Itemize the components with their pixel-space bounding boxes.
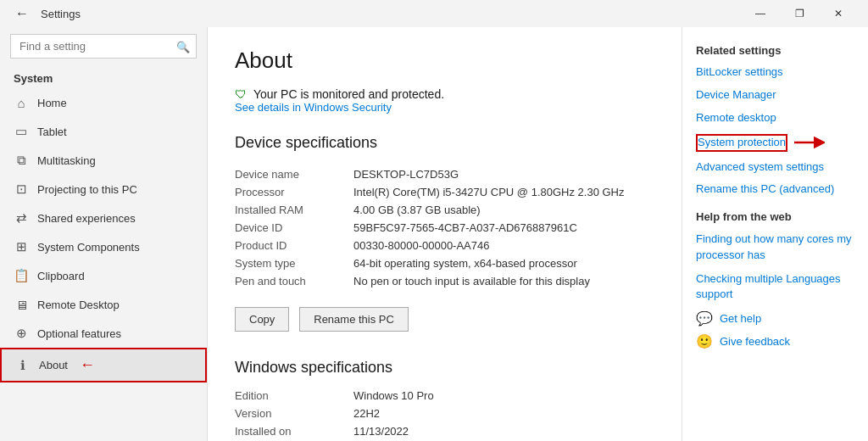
spec-label: Installed on	[235, 422, 353, 440]
optional-icon: ⊕	[14, 326, 29, 341]
sidebar-item-about[interactable]: ℹ About ←	[0, 348, 207, 382]
minimize-button[interactable]: —	[741, 0, 780, 27]
get-help-label[interactable]: Get help	[720, 312, 761, 325]
right-panel: Related settings BitLocker settings Devi…	[682, 27, 868, 441]
spec-label: Version	[235, 405, 353, 422]
spec-label: Edition	[235, 387, 353, 405]
spec-value: DESKTOP-LC7D53G	[353, 165, 654, 183]
sidebar-item-label: About	[39, 359, 68, 371]
win-specs-table: EditionWindows 10 ProVersion22H2Installe…	[235, 387, 654, 441]
sidebar-item-home[interactable]: ⌂ Home	[0, 88, 207, 117]
table-row: Product ID00330-80000-00000-AA746	[235, 237, 654, 254]
sidebar-item-label: Tablet	[37, 126, 67, 138]
sidebar: 🔍 System ⌂ Home ▭ Tablet ⧉ Multitasking …	[0, 27, 208, 441]
related-settings-title: Related settings	[696, 44, 854, 57]
table-row: Installed on11/13/2022	[235, 422, 654, 440]
spec-label: Device ID	[235, 219, 353, 237]
sidebar-item-optional[interactable]: ⊕ Optional features	[0, 319, 207, 348]
sidebar-item-multitasking[interactable]: ⧉ Multitasking	[0, 146, 207, 175]
bitlocker-link[interactable]: BitLocker settings	[696, 65, 854, 80]
home-icon: ⌂	[14, 95, 29, 110]
table-row: Installed RAM4.00 GB (3.87 GB usable)	[235, 201, 654, 219]
sidebar-item-label: Projecting to this PC	[37, 183, 137, 196]
sidebar-item-remote[interactable]: 🖥 Remote Desktop	[0, 290, 207, 319]
spec-value: Windows 10 Pro	[353, 387, 654, 405]
sidebar-item-label: System Components	[37, 241, 140, 254]
copy-button[interactable]: Copy	[235, 307, 289, 332]
device-spec-title: Device specifications	[235, 134, 654, 152]
table-row: ProcessorIntel(R) Core(TM) i5-3427U CPU …	[235, 183, 654, 201]
shared-icon: ⇄	[14, 210, 29, 226]
feedback-label[interactable]: Give feedback	[720, 335, 790, 348]
sidebar-item-label: Optional features	[37, 327, 121, 340]
spec-value: 4.00 GB (3.87 GB usable)	[353, 201, 654, 219]
projecting-icon: ⊡	[14, 181, 29, 197]
rename-pc-link[interactable]: Rename this PC (advanced)	[696, 182, 854, 197]
sidebar-item-label: Home	[37, 97, 67, 109]
system-protection-link[interactable]: System protection	[696, 134, 787, 152]
help-title: Help from the web	[696, 210, 854, 223]
clipboard-icon: 📋	[14, 268, 29, 283]
maximize-button[interactable]: ❐	[780, 0, 819, 27]
remote-desktop-link[interactable]: Remote desktop	[696, 111, 854, 126]
components-icon: ⊞	[14, 239, 29, 254]
sidebar-item-label: Shared experiences	[37, 212, 136, 225]
protected-text: Your PC is monitored and protected.	[253, 87, 444, 101]
app-body: 🔍 System ⌂ Home ▭ Tablet ⧉ Multitasking …	[0, 27, 868, 441]
sidebar-section-title: System	[0, 65, 207, 88]
table-row: Device ID59BF5C97-7565-4CB7-A037-AD67688…	[235, 219, 654, 237]
multitasking-icon: ⧉	[14, 153, 29, 168]
get-help-icon: 💬	[696, 310, 713, 327]
title-bar: ← Settings — ❐ ✕	[0, 0, 868, 27]
advanced-system-link[interactable]: Advanced system settings	[696, 160, 854, 175]
spec-value: No pen or touch input is available for t…	[353, 272, 654, 290]
table-row: Device nameDESKTOP-LC7D53G	[235, 165, 654, 183]
about-icon: ℹ	[15, 358, 31, 373]
device-manager-link[interactable]: Device Manager	[696, 88, 854, 103]
win-spec-title: Windows specifications	[235, 359, 654, 377]
table-row: Pen and touchNo pen or touch input is av…	[235, 272, 654, 290]
sidebar-arrow: ←	[80, 356, 95, 374]
search-input[interactable]	[10, 34, 197, 59]
close-button[interactable]: ✕	[819, 0, 858, 27]
sidebar-item-shared[interactable]: ⇄ Shared experiences	[0, 204, 207, 232]
sidebar-item-clipboard[interactable]: 📋 Clipboard	[0, 261, 207, 290]
window-controls: — ❐ ✕	[741, 0, 858, 27]
languages-link[interactable]: Checking multiple Languages support	[696, 271, 854, 302]
spec-value: 11/13/2022	[353, 422, 654, 440]
page-title: About	[235, 47, 654, 74]
protection-status: 🛡 Your PC is monitored and protected.	[235, 87, 654, 101]
back-button[interactable]: ←	[10, 2, 34, 25]
spec-label: Pen and touch	[235, 272, 353, 290]
tablet-icon: ▭	[14, 124, 29, 139]
feedback-icon: 🙂	[696, 333, 713, 349]
spec-value: 00330-80000-00000-AA746	[353, 237, 654, 254]
sidebar-item-projecting[interactable]: ⊡ Projecting to this PC	[0, 175, 207, 204]
rename-button[interactable]: Rename this PC	[299, 307, 409, 332]
device-specs-table: Device nameDESKTOP-LC7D53GProcessorIntel…	[235, 165, 654, 290]
sidebar-item-label: Clipboard	[37, 270, 85, 282]
table-row: Version22H2	[235, 405, 654, 422]
spec-label: Product ID	[235, 237, 353, 254]
spec-value: Intel(R) Core(TM) i5-3427U CPU @ 1.80GHz…	[353, 183, 654, 201]
spec-label: System type	[235, 254, 353, 272]
get-help-action[interactable]: 💬 Get help	[696, 310, 854, 327]
spec-value: 22H2	[353, 405, 654, 422]
sidebar-item-tablet[interactable]: ▭ Tablet	[0, 117, 207, 146]
spec-label: Processor	[235, 183, 353, 201]
table-row: EditionWindows 10 Pro	[235, 387, 654, 405]
table-row: System type64-bit operating system, x64-…	[235, 254, 654, 272]
search-container: 🔍	[10, 34, 197, 59]
red-arrow-icon	[791, 134, 825, 151]
see-details-link[interactable]: See details in Windows Security	[235, 101, 654, 114]
app-title: Settings	[41, 8, 741, 20]
sidebar-item-components[interactable]: ⊞ System Components	[0, 232, 207, 261]
main-content: About 🛡 Your PC is monitored and protect…	[208, 27, 682, 441]
cores-link[interactable]: Finding out how many cores my processor …	[696, 232, 854, 262]
spec-value: 64-bit operating system, x64-based proce…	[353, 254, 654, 272]
sidebar-item-label: Remote Desktop	[37, 299, 120, 311]
sidebar-item-label: Multitasking	[37, 154, 96, 167]
feedback-action[interactable]: 🙂 Give feedback	[696, 333, 854, 349]
buttons-row: Copy Rename this PC	[235, 307, 654, 338]
search-icon: 🔍	[176, 40, 190, 53]
